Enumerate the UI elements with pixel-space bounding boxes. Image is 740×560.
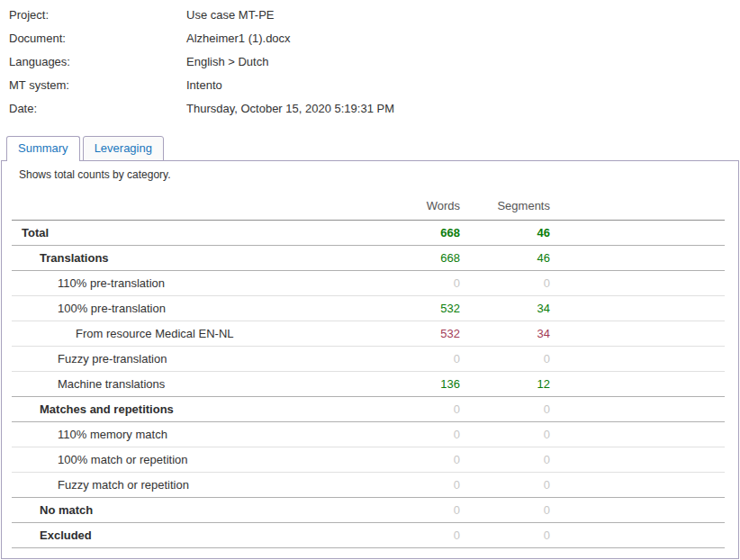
document-label: Document: bbox=[9, 32, 186, 45]
segments-value: 12 bbox=[460, 377, 550, 391]
document-value: Alzheimer1 (1).docx bbox=[186, 32, 740, 45]
table-row: Fuzzy pre-translation00 bbox=[12, 347, 725, 372]
row-label: 110% pre-translation bbox=[12, 276, 370, 290]
summary-panel: Shows total counts by category. Words Se… bbox=[1, 160, 739, 559]
segments-column-header: Segments bbox=[460, 199, 550, 212]
words-value: 0 bbox=[370, 478, 460, 492]
row-label: 100% match or repetition bbox=[12, 453, 370, 466]
date-label: Date: bbox=[9, 102, 186, 115]
info-row-languages: Languages: English > Dutch bbox=[9, 55, 740, 78]
row-label: Translations bbox=[12, 251, 370, 265]
segments-value: 0 bbox=[460, 352, 550, 366]
segments-value: 0 bbox=[460, 503, 550, 517]
table-row: Fuzzy match or repetition00 bbox=[12, 473, 725, 498]
row-label: Excluded bbox=[12, 528, 370, 542]
segments-value: 34 bbox=[460, 302, 550, 315]
table-row: 110% memory match00 bbox=[12, 422, 725, 447]
tab-summary[interactable]: Summary bbox=[6, 136, 80, 161]
info-row-date: Date: Thursday, October 15, 2020 5:19:31… bbox=[9, 102, 740, 125]
row-label: Total bbox=[12, 226, 370, 239]
table-row: Translations66846 bbox=[12, 246, 725, 271]
table-row: From resource Medical EN-NL53234 bbox=[12, 321, 725, 347]
words-value: 136 bbox=[370, 377, 460, 391]
words-value: 668 bbox=[370, 251, 460, 265]
mt-system-value: Intento bbox=[186, 78, 740, 92]
row-label: From resource Medical EN-NL bbox=[12, 327, 370, 340]
words-value: 532 bbox=[370, 302, 460, 315]
report-info: Project: Use case MT-PE Document: Alzhei… bbox=[0, 0, 740, 125]
table-row: 100% pre-translation53234 bbox=[12, 296, 725, 321]
words-value: 0 bbox=[370, 428, 460, 441]
segments-value: 46 bbox=[460, 226, 550, 239]
words-value: 0 bbox=[370, 528, 460, 542]
row-label: Fuzzy pre-translation bbox=[12, 352, 370, 366]
languages-value: English > Dutch bbox=[186, 55, 740, 68]
languages-label: Languages: bbox=[9, 55, 186, 68]
mt-system-label: MT system: bbox=[9, 78, 186, 92]
table-row: Matches and repetitions00 bbox=[12, 397, 725, 422]
info-row-document: Document: Alzheimer1 (1).docx bbox=[9, 32, 740, 55]
words-value: 0 bbox=[370, 402, 460, 416]
words-column-header: Words bbox=[370, 199, 460, 212]
segments-value: 0 bbox=[460, 402, 550, 416]
table-row: Total66846 bbox=[12, 221, 725, 246]
table-header-row: Words Segments bbox=[12, 181, 725, 221]
tab-leveraging[interactable]: Leveraging bbox=[83, 136, 164, 161]
panel-description: Shows total counts by category. bbox=[19, 168, 738, 181]
table-row: No match00 bbox=[12, 498, 725, 523]
table-row: 100% match or repetition00 bbox=[12, 447, 725, 473]
row-label: 110% memory match bbox=[12, 428, 370, 441]
row-label: No match bbox=[12, 503, 370, 517]
table-row: 110% pre-translation00 bbox=[12, 271, 725, 296]
date-value: Thursday, October 15, 2020 5:19:31 PM bbox=[186, 102, 740, 115]
project-label: Project: bbox=[9, 8, 186, 22]
words-value: 0 bbox=[370, 453, 460, 466]
row-label: Machine translations bbox=[12, 377, 370, 391]
table-row: Machine translations13612 bbox=[12, 372, 725, 397]
tab-bar: Summary Leveraging bbox=[6, 136, 740, 161]
table-row: Excluded00 bbox=[12, 523, 725, 548]
segments-value: 0 bbox=[460, 528, 550, 542]
segments-value: 0 bbox=[460, 428, 550, 441]
segments-value: 46 bbox=[460, 251, 550, 265]
segments-value: 0 bbox=[460, 276, 550, 290]
segments-value: 0 bbox=[460, 478, 550, 492]
info-row-project: Project: Use case MT-PE bbox=[9, 8, 740, 32]
table-body: Total66846Translations66846110% pre-tran… bbox=[12, 221, 725, 548]
row-label: Matches and repetitions bbox=[12, 402, 370, 416]
words-value: 0 bbox=[370, 503, 460, 517]
words-value: 532 bbox=[370, 327, 460, 340]
words-value: 0 bbox=[370, 276, 460, 290]
segments-value: 34 bbox=[460, 327, 550, 340]
project-value: Use case MT-PE bbox=[186, 8, 740, 22]
row-label: Fuzzy match or repetition bbox=[12, 478, 370, 492]
words-value: 668 bbox=[370, 226, 460, 239]
info-row-mt-system: MT system: Intento bbox=[9, 78, 740, 102]
segments-value: 0 bbox=[460, 453, 550, 466]
row-label: 100% pre-translation bbox=[12, 302, 370, 315]
counts-table: Words Segments Total66846Translations668… bbox=[12, 181, 725, 548]
words-value: 0 bbox=[370, 352, 460, 366]
